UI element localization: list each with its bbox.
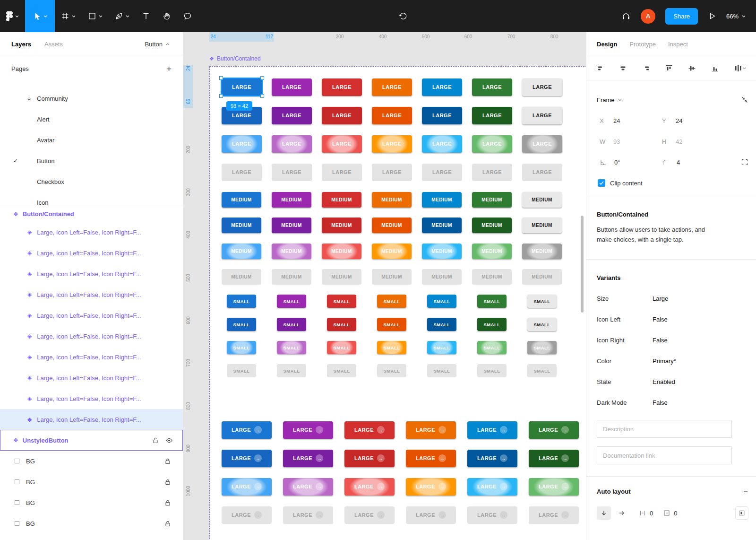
layer-row-unstyledbutton[interactable]: ❖ UnstyledButton [0, 430, 183, 451]
button-primary-dark[interactable]: SMALL [227, 318, 256, 331]
button-info-hovered[interactable]: SMALL [427, 341, 456, 354]
button-secondary-enabled[interactable]: SMALL [277, 295, 306, 308]
button-secondary-enabled[interactable]: MEDIUM [272, 192, 311, 208]
button-primary-hovered[interactable]: SMALL [227, 341, 256, 354]
button-secondary-dark[interactable]: LARGE→ [283, 450, 333, 467]
tab-inspect[interactable]: Inspect [668, 41, 688, 48]
button-inherit-enabled[interactable]: LARGE [522, 78, 562, 96]
layer-row-variant[interactable]: ◈Large, Icon Left=False, Icon Right=F... [0, 284, 183, 305]
variant-property-state[interactable]: StateEnabled [586, 371, 756, 392]
button-warning-hovered[interactable]: MEDIUM [372, 244, 412, 259]
tab-layers[interactable]: Layers [5, 41, 38, 48]
lock-icon[interactable] [165, 479, 183, 485]
layer-row-variant[interactable]: ◈Large, Icon Left=False, Icon Right=F... [0, 263, 183, 284]
tab-design[interactable]: Design [597, 41, 617, 48]
button-info-disabled[interactable]: LARGE→ [467, 506, 517, 524]
button-error-dark[interactable]: LARGE→ [344, 450, 395, 467]
align-left-icon[interactable] [596, 64, 604, 72]
button-secondary-enabled[interactable]: LARGE [272, 78, 312, 96]
button-success-disabled[interactable]: LARGE [472, 164, 512, 181]
button-secondary-disabled[interactable]: SMALL [277, 364, 306, 377]
button-success-hovered[interactable]: SMALL [477, 341, 507, 354]
align-bottom-icon[interactable] [711, 64, 719, 72]
move-tool-button[interactable] [25, 0, 55, 32]
variant-property-icon-right[interactable]: Icon RightFalse [586, 330, 756, 350]
button-error-disabled[interactable]: LARGE→ [344, 506, 395, 524]
button-secondary-enabled[interactable]: LARGE→ [283, 421, 333, 439]
documentation-link-input[interactable] [597, 446, 732, 464]
button-warning-disabled[interactable]: LARGE→ [406, 506, 456, 524]
resize-handle[interactable] [260, 94, 264, 98]
button-error-enabled[interactable]: LARGE [322, 78, 362, 96]
button-inherit-hovered[interactable]: LARGE [522, 135, 562, 153]
button-warning-dark[interactable]: MEDIUM [372, 218, 412, 233]
button-warning-hovered[interactable]: LARGE [372, 135, 412, 153]
tab-prototype[interactable]: Prototype [629, 41, 656, 48]
button-secondary-hovered[interactable]: LARGE [272, 135, 312, 153]
present-button[interactable] [708, 12, 716, 20]
button-secondary-dark[interactable]: LARGE [272, 107, 312, 124]
button-secondary-hovered[interactable]: LARGE→ [283, 478, 333, 496]
button-info-enabled[interactable]: LARGE→ [467, 421, 517, 439]
sidebar-page-button[interactable]: ✓Button [0, 150, 183, 171]
tab-assets[interactable]: Assets [38, 41, 69, 48]
button-error-disabled[interactable]: MEDIUM [322, 269, 361, 285]
rotation-field[interactable]: 0° [600, 159, 662, 166]
button-inherit-disabled[interactable]: MEDIUM [522, 269, 562, 285]
button-error-enabled[interactable]: SMALL [327, 295, 356, 308]
shape-tool-button[interactable] [82, 0, 109, 32]
layer-row-bg[interactable]: BG [0, 451, 183, 471]
button-success-disabled[interactable]: SMALL [477, 364, 507, 377]
button-secondary-hovered[interactable]: SMALL [277, 341, 306, 354]
variant-property-dark-mode[interactable]: Dark ModeFalse [586, 392, 756, 413]
layer-row-variant[interactable]: ◈Large, Icon Left=False, Icon Right=F... [0, 347, 183, 367]
layer-row-variant[interactable]: ◈Large, Icon Left=False, Icon Right=F... [0, 367, 183, 388]
button-inherit-disabled[interactable]: SMALL [527, 364, 557, 377]
variant-property-icon-left[interactable]: Icon LeftFalse [586, 309, 756, 330]
button-info-dark[interactable]: SMALL [427, 318, 456, 331]
button-info-disabled[interactable]: MEDIUM [422, 269, 462, 285]
button-error-enabled[interactable]: MEDIUM [322, 192, 361, 208]
align-horizontal-center-icon[interactable] [619, 64, 627, 72]
audio-icon[interactable] [621, 11, 631, 21]
button-primary-disabled[interactable]: LARGE→ [222, 506, 272, 524]
button-inherit-dark[interactable]: LARGE [522, 107, 562, 124]
lock-icon[interactable] [165, 521, 183, 527]
button-warning-disabled[interactable]: LARGE [372, 164, 412, 181]
x-position-field[interactable]: X24 [600, 117, 662, 124]
zoom-control[interactable]: 66% [726, 13, 746, 20]
layer-row-variant[interactable]: ◈Large, Icon Left=False, Icon Right=F... [0, 326, 183, 347]
resize-handle[interactable] [219, 94, 223, 98]
align-right-icon[interactable] [642, 64, 650, 72]
button-error-hovered[interactable]: LARGE→ [344, 478, 395, 496]
alignment-control[interactable] [735, 506, 748, 520]
button-error-dark[interactable]: MEDIUM [322, 218, 361, 233]
button-warning-enabled[interactable]: SMALL [377, 295, 406, 308]
button-error-enabled[interactable]: LARGE→ [344, 421, 395, 439]
button-info-disabled[interactable]: LARGE [422, 164, 462, 181]
button-error-dark[interactable]: LARGE [322, 107, 362, 124]
width-field[interactable]: W93 [600, 138, 662, 145]
sidebar-page-alert[interactable]: Alert [0, 109, 183, 130]
button-inherit-hovered[interactable]: MEDIUM [522, 244, 562, 259]
button-success-enabled[interactable]: MEDIUM [472, 192, 512, 208]
align-top-icon[interactable] [665, 64, 673, 72]
button-inherit-disabled[interactable]: LARGE [522, 164, 562, 181]
avatar[interactable]: A [641, 9, 655, 24]
frame-section-title[interactable]: Frame [597, 96, 615, 104]
button-warning-dark[interactable]: LARGE→ [406, 450, 456, 467]
button-info-enabled[interactable]: SMALL [427, 295, 456, 308]
layer-row-bg[interactable]: BG [0, 513, 183, 534]
variant-property-size[interactable]: SizeLarge [586, 288, 756, 309]
button-inherit-dark[interactable]: MEDIUM [522, 218, 562, 233]
button-error-hovered[interactable]: MEDIUM [322, 244, 361, 259]
component-section-header[interactable]: ❖ Button/Contained [0, 206, 183, 222]
button-warning-disabled[interactable]: SMALL [377, 364, 406, 377]
button-primary-enabled[interactable]: LARGE→ [222, 421, 272, 439]
align-vertical-center-icon[interactable] [688, 64, 696, 72]
hand-tool-button[interactable] [156, 0, 177, 32]
canvas[interactable]: ❖ Button/Contained 93 × 42 LARGELARGELAR… [183, 32, 586, 540]
button-primary-hovered[interactable]: LARGE→ [222, 478, 272, 496]
button-info-hovered[interactable]: MEDIUM [422, 244, 462, 259]
button-success-enabled[interactable]: LARGE→ [529, 421, 579, 439]
